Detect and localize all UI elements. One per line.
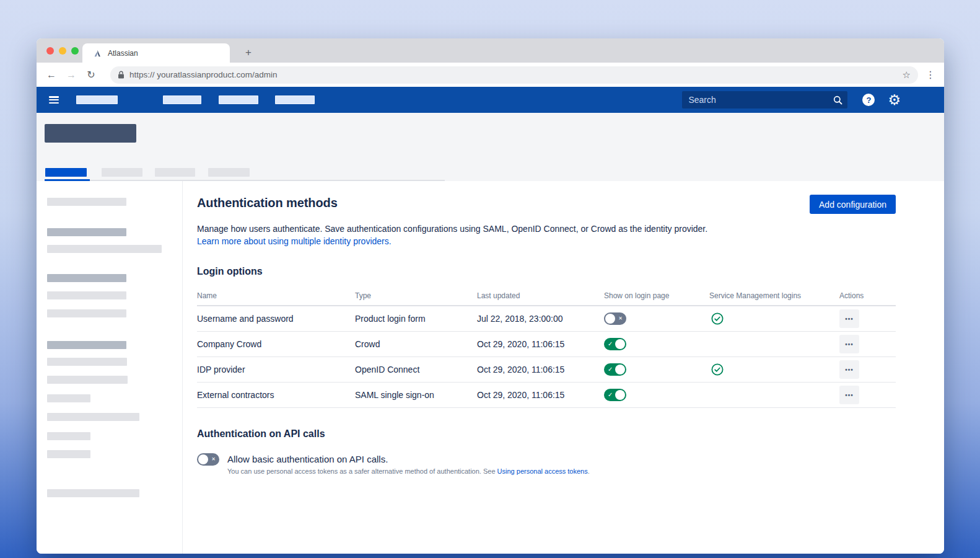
basic-auth-subtext: You can use personal access tokens as a … [227,467,590,475]
sidebar-skeleton-bar [47,394,90,402]
bookmark-star-icon[interactable]: ☆ [903,69,911,81]
page-description: Manage how users authenticate. Save auth… [197,223,896,235]
row-type: SAML single sign-on [355,390,477,400]
api-auth-heading: Authentication on API calls [197,428,896,440]
login-options-rows: Username and passwordProduct login formJ… [197,306,896,408]
toggle-on-mark-icon: ✓ [608,366,613,373]
forward-button[interactable]: → [64,68,79,82]
basic-auth-label: Allow basic authentication on API calls. [227,454,590,464]
zoom-window-button[interactable] [71,47,79,55]
sidebar-skeleton-bar [47,341,126,349]
sidebar-skeleton-bar [47,245,162,253]
nav-item-placeholder[interactable] [219,95,258,104]
row-actions-button[interactable]: ••• [839,386,859,404]
browser-tab[interactable]: Atlassian [82,43,230,63]
search-icon [833,95,842,105]
ellipsis-icon: ••• [845,392,854,399]
column-header-service-management: Service Management logins [709,291,839,300]
nav-item-placeholder[interactable] [163,95,201,104]
column-header-actions: Actions [839,291,896,300]
cell-show-on-login: ✕ [604,312,709,325]
tab-placeholder[interactable] [208,168,250,177]
sidebar-skeleton-bar [47,274,126,282]
hamburger-menu-icon[interactable] [49,96,59,104]
learn-more-link[interactable]: Learn more about using multiple identity… [197,235,392,247]
toggle-knob [615,339,625,349]
sidebar-skeleton-bar [47,291,126,299]
row-type: Product login form [355,314,477,324]
login-options-heading: Login options [197,266,896,277]
show-on-login-page-toggle[interactable]: ✕ [604,312,626,325]
ellipsis-icon: ••• [845,316,854,322]
table-row: IDP providerOpenID ConnectOct 29, 2020, … [197,357,896,383]
page-header-band [37,113,944,181]
add-configuration-button[interactable]: Add configuration [810,195,896,214]
sidebar-skeleton-bar [47,376,128,384]
cell-actions: ••• [839,386,896,404]
column-header-type: Type [355,291,477,300]
show-on-login-page-toggle[interactable]: ✓ [604,389,626,401]
browser-tab-strip: Atlassian + [37,38,944,63]
new-tab-button[interactable]: + [242,46,255,59]
lock-icon [118,71,125,79]
address-bar[interactable]: https:// youratlassianproduct.com/admin … [110,66,918,84]
toggle-off-mark-icon: ✕ [618,316,623,321]
row-last-updated: Jul 22, 2018, 23:00:00 [477,314,604,324]
toggle-on-mark-icon: ✓ [608,392,613,398]
app-navigation-bar: ? ⚙ [37,87,944,113]
back-button[interactable]: ← [44,68,59,82]
reload-button[interactable]: ↻ [84,68,98,82]
ellipsis-icon: ••• [845,341,854,348]
basic-auth-toggle[interactable]: ✕ [197,453,219,466]
toggle-knob [615,390,625,400]
table-header-row: Name Type Last updated Show on login pag… [197,286,896,306]
active-tab-placeholder[interactable] [45,168,87,177]
row-type: Crowd [355,339,477,349]
nav-item-placeholder[interactable] [76,95,118,104]
tab-placeholder[interactable] [155,168,195,177]
page-title: Authentication methods [197,196,338,210]
window-controls [37,47,79,55]
minimize-window-button[interactable] [59,47,66,55]
show-on-login-page-toggle[interactable]: ✓ [604,363,626,376]
toggle-off-mark-icon: ✕ [211,457,216,462]
cell-actions: ••• [839,309,896,328]
sidebar-skeleton-bar [47,198,126,206]
row-last-updated: Oct 29, 2020, 11:06:15 [477,365,604,374]
sidebar-skeleton-bar [47,358,127,366]
row-actions-button[interactable]: ••• [839,335,859,353]
atlassian-logo-icon [93,49,102,58]
toggle-on-mark-icon: ✓ [608,341,613,347]
cell-show-on-login: ✓ [604,389,709,401]
table-row: External contractorsSAML single sign-onO… [197,383,896,408]
cell-service-management [709,363,839,376]
row-last-updated: Oct 29, 2020, 11:06:15 [477,339,604,349]
help-icon[interactable]: ? [862,94,875,106]
column-header-last-updated: Last updated [477,291,604,300]
sidebar-skeleton-bar [47,489,139,497]
tab-placeholder[interactable] [102,168,142,177]
row-name: Company Crowd [197,339,355,349]
table-row: Company CrowdCrowdOct 29, 2020, 11:06:15… [197,332,896,357]
browser-toolbar: ← → ↻ https:// youratlassianproduct.com/… [37,63,944,87]
show-on-login-page-toggle[interactable]: ✓ [604,338,626,350]
page-title-placeholder [45,124,136,143]
nav-search-box [682,91,847,108]
personal-access-tokens-link[interactable]: Using personal access tokens [497,467,588,475]
row-type: OpenID Connect [355,365,477,374]
nav-item-placeholder[interactable] [275,95,315,104]
toggle-knob [198,454,208,464]
sidebar [37,181,183,554]
browser-menu-icon[interactable]: ⋮ [925,69,935,81]
gear-icon[interactable]: ⚙ [888,93,901,107]
row-actions-button[interactable]: ••• [839,309,859,328]
row-name: IDP provider [197,365,355,374]
search-input[interactable] [688,95,833,105]
cell-show-on-login: ✓ [604,338,709,350]
close-window-button[interactable] [46,47,54,55]
cell-actions: ••• [839,335,896,353]
row-actions-button[interactable]: ••• [839,360,859,379]
main-content: Authentication methods Add configuration… [183,181,944,554]
table-row: Username and passwordProduct login formJ… [197,306,896,332]
tab-title: Atlassian [108,49,138,58]
